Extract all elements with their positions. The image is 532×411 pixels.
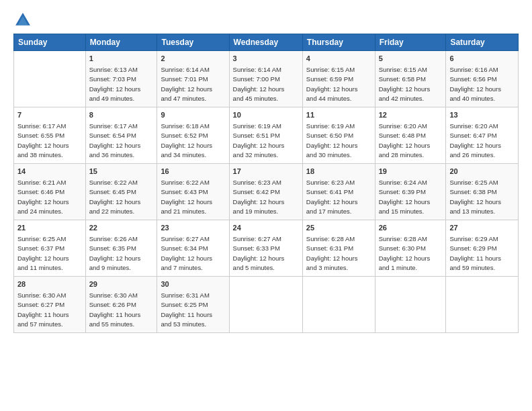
day-number: 21: [17, 223, 82, 234]
day-info: Sunrise: 6:25 AM Sunset: 6:38 PM Dayligh…: [449, 179, 501, 216]
day-number: 7: [17, 110, 82, 121]
day-info: Sunrise: 6:19 AM Sunset: 6:50 PM Dayligh…: [306, 122, 358, 159]
day-info: Sunrise: 6:22 AM Sunset: 6:43 PM Dayligh…: [161, 179, 212, 216]
day-number: 8: [89, 110, 154, 121]
day-number: 9: [161, 110, 225, 121]
calendar-cell: 27Sunrise: 6:29 AM Sunset: 6:29 PM Dayli…: [446, 220, 519, 276]
day-number: 5: [379, 54, 443, 64]
calendar-cell: 8Sunrise: 6:17 AM Sunset: 6:54 PM Daylig…: [85, 107, 157, 163]
day-number: 3: [233, 54, 299, 64]
day-info: Sunrise: 6:18 AM Sunset: 6:52 PM Dayligh…: [161, 122, 212, 159]
day-info: Sunrise: 6:23 AM Sunset: 6:41 PM Dayligh…: [306, 179, 358, 216]
day-info: Sunrise: 6:25 AM Sunset: 6:37 PM Dayligh…: [17, 235, 69, 272]
day-header-friday: Friday: [375, 34, 446, 51]
logo: [13, 11, 35, 30]
calendar-cell: 14Sunrise: 6:21 AM Sunset: 6:46 PM Dayli…: [14, 163, 86, 220]
calendar-cell: 24Sunrise: 6:27 AM Sunset: 6:33 PM Dayli…: [229, 220, 302, 276]
calendar-cell: 23Sunrise: 6:27 AM Sunset: 6:34 PM Dayli…: [157, 220, 229, 276]
day-number: 22: [89, 223, 154, 234]
day-number: 19: [379, 167, 443, 177]
calendar-cell: [375, 276, 446, 332]
day-number: 24: [233, 223, 299, 234]
day-info: Sunrise: 6:27 AM Sunset: 6:34 PM Dayligh…: [161, 235, 212, 272]
day-header-saturday: Saturday: [446, 34, 519, 51]
calendar-cell: 22Sunrise: 6:26 AM Sunset: 6:35 PM Dayli…: [85, 220, 157, 276]
day-info: Sunrise: 6:16 AM Sunset: 6:56 PM Dayligh…: [449, 66, 501, 103]
day-number: 6: [449, 54, 515, 64]
day-header-wednesday: Wednesday: [229, 34, 302, 51]
day-number: 28: [17, 279, 82, 290]
day-info: Sunrise: 6:20 AM Sunset: 6:47 PM Dayligh…: [449, 122, 501, 159]
day-info: Sunrise: 6:31 AM Sunset: 6:25 PM Dayligh…: [161, 291, 212, 328]
day-number: 14: [17, 167, 82, 177]
day-number: 30: [161, 279, 225, 290]
day-info: Sunrise: 6:17 AM Sunset: 6:55 PM Dayligh…: [17, 122, 69, 159]
week-row-5: 28Sunrise: 6:30 AM Sunset: 6:27 PM Dayli…: [14, 276, 519, 332]
day-info: Sunrise: 6:26 AM Sunset: 6:35 PM Dayligh…: [89, 235, 141, 272]
calendar-cell: [302, 276, 375, 332]
calendar-cell: 12Sunrise: 6:20 AM Sunset: 6:48 PM Dayli…: [375, 107, 446, 163]
page-container: SundayMondayTuesdayWednesdayThursdayFrid…: [0, 0, 532, 340]
day-info: Sunrise: 6:30 AM Sunset: 6:26 PM Dayligh…: [89, 291, 141, 328]
header: [13, 11, 519, 30]
day-info: Sunrise: 6:24 AM Sunset: 6:39 PM Dayligh…: [379, 179, 431, 216]
calendar-cell: 29Sunrise: 6:30 AM Sunset: 6:26 PM Dayli…: [85, 276, 157, 332]
day-number: 12: [379, 110, 443, 121]
day-info: Sunrise: 6:13 AM Sunset: 7:03 PM Dayligh…: [89, 66, 141, 103]
calendar-cell: 15Sunrise: 6:22 AM Sunset: 6:45 PM Dayli…: [85, 163, 157, 220]
day-number: 25: [306, 223, 371, 234]
day-info: Sunrise: 6:21 AM Sunset: 6:46 PM Dayligh…: [17, 179, 69, 216]
day-number: 15: [89, 167, 154, 177]
day-info: Sunrise: 6:28 AM Sunset: 6:30 PM Dayligh…: [379, 235, 431, 272]
calendar-cell: 17Sunrise: 6:23 AM Sunset: 6:42 PM Dayli…: [229, 163, 302, 220]
day-number: 20: [449, 167, 515, 177]
day-info: Sunrise: 6:22 AM Sunset: 6:45 PM Dayligh…: [89, 179, 141, 216]
calendar-cell: 9Sunrise: 6:18 AM Sunset: 6:52 PM Daylig…: [157, 107, 229, 163]
calendar-cell: 20Sunrise: 6:25 AM Sunset: 6:38 PM Dayli…: [446, 163, 519, 220]
calendar-cell: [14, 51, 86, 107]
calendar-cell: 21Sunrise: 6:25 AM Sunset: 6:37 PM Dayli…: [14, 220, 86, 276]
day-header-sunday: Sunday: [14, 34, 86, 51]
day-header-thursday: Thursday: [302, 34, 375, 51]
calendar-cell: 26Sunrise: 6:28 AM Sunset: 6:30 PM Dayli…: [375, 220, 446, 276]
day-number: 16: [161, 167, 225, 177]
day-header-monday: Monday: [85, 34, 157, 51]
day-number: 1: [89, 54, 154, 64]
calendar-cell: 16Sunrise: 6:22 AM Sunset: 6:43 PM Dayli…: [157, 163, 229, 220]
day-number: 29: [89, 279, 154, 290]
day-number: 2: [161, 54, 225, 64]
calendar-cell: 11Sunrise: 6:19 AM Sunset: 6:50 PM Dayli…: [302, 107, 375, 163]
week-row-4: 21Sunrise: 6:25 AM Sunset: 6:37 PM Dayli…: [14, 220, 519, 276]
calendar-cell: 10Sunrise: 6:19 AM Sunset: 6:51 PM Dayli…: [229, 107, 302, 163]
calendar-header-row: SundayMondayTuesdayWednesdayThursdayFrid…: [14, 34, 519, 51]
day-info: Sunrise: 6:14 AM Sunset: 7:00 PM Dayligh…: [233, 66, 285, 103]
day-info: Sunrise: 6:27 AM Sunset: 6:33 PM Dayligh…: [233, 235, 285, 272]
calendar-cell: 7Sunrise: 6:17 AM Sunset: 6:55 PM Daylig…: [14, 107, 86, 163]
day-info: Sunrise: 6:28 AM Sunset: 6:31 PM Dayligh…: [306, 235, 358, 272]
calendar-cell: 28Sunrise: 6:30 AM Sunset: 6:27 PM Dayli…: [14, 276, 86, 332]
day-info: Sunrise: 6:29 AM Sunset: 6:29 PM Dayligh…: [449, 235, 501, 272]
calendar-cell: 6Sunrise: 6:16 AM Sunset: 6:56 PM Daylig…: [446, 51, 519, 107]
logo-icon: [13, 11, 32, 30]
day-number: 10: [233, 110, 299, 121]
day-info: Sunrise: 6:23 AM Sunset: 6:42 PM Dayligh…: [233, 179, 285, 216]
week-row-3: 14Sunrise: 6:21 AM Sunset: 6:46 PM Dayli…: [14, 163, 519, 220]
calendar-cell: 19Sunrise: 6:24 AM Sunset: 6:39 PM Dayli…: [375, 163, 446, 220]
calendar-cell: 13Sunrise: 6:20 AM Sunset: 6:47 PM Dayli…: [446, 107, 519, 163]
calendar-cell: 5Sunrise: 6:15 AM Sunset: 6:58 PM Daylig…: [375, 51, 446, 107]
day-number: 18: [306, 167, 371, 177]
calendar-cell: 25Sunrise: 6:28 AM Sunset: 6:31 PM Dayli…: [302, 220, 375, 276]
day-number: 13: [449, 110, 515, 121]
day-header-tuesday: Tuesday: [157, 34, 229, 51]
day-info: Sunrise: 6:30 AM Sunset: 6:27 PM Dayligh…: [17, 291, 69, 328]
calendar-cell: 30Sunrise: 6:31 AM Sunset: 6:25 PM Dayli…: [157, 276, 229, 332]
day-info: Sunrise: 6:20 AM Sunset: 6:48 PM Dayligh…: [379, 122, 431, 159]
calendar-cell: 1Sunrise: 6:13 AM Sunset: 7:03 PM Daylig…: [85, 51, 157, 107]
day-number: 23: [161, 223, 225, 234]
week-row-2: 7Sunrise: 6:17 AM Sunset: 6:55 PM Daylig…: [14, 107, 519, 163]
calendar-cell: 18Sunrise: 6:23 AM Sunset: 6:41 PM Dayli…: [302, 163, 375, 220]
week-row-1: 1Sunrise: 6:13 AM Sunset: 7:03 PM Daylig…: [14, 51, 519, 107]
day-number: 11: [306, 110, 371, 121]
day-info: Sunrise: 6:17 AM Sunset: 6:54 PM Dayligh…: [89, 122, 141, 159]
day-number: 17: [233, 167, 299, 177]
